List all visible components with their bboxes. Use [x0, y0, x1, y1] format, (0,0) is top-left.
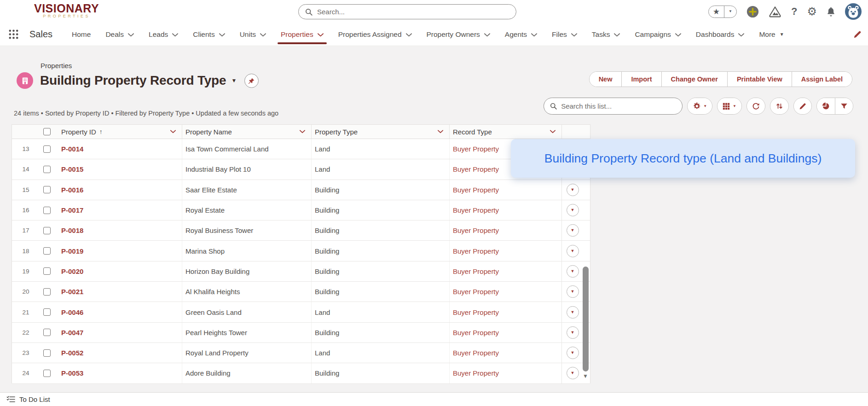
new-button[interactable]: New: [590, 72, 622, 87]
help-button[interactable]: ?: [791, 6, 797, 17]
nav-tab-home[interactable]: Home: [64, 23, 98, 46]
row-checkbox[interactable]: [43, 227, 51, 234]
global-search[interactable]: [298, 4, 516, 19]
row-checkbox[interactable]: [43, 186, 51, 193]
scrollbar-down-arrow[interactable]: ▼: [583, 373, 588, 379]
row-checkbox[interactable]: [43, 247, 51, 255]
inline-edit-button[interactable]: [794, 98, 811, 114]
list-view-selector-caret-icon[interactable]: ▼: [231, 77, 237, 84]
property-id-link[interactable]: P-0017: [61, 206, 83, 214]
todo-list-button[interactable]: To Do List: [19, 395, 50, 403]
setup-button[interactable]: ⚙: [807, 6, 817, 17]
nav-tab-tasks[interactable]: Tasks: [584, 23, 628, 46]
nav-tab-files[interactable]: Files: [544, 23, 584, 46]
nav-tab-properties-assigned[interactable]: Properties Assigned: [331, 23, 419, 46]
row-actions-button[interactable]: ▼: [567, 184, 579, 196]
row-checkbox[interactable]: [43, 308, 51, 316]
display-as-button[interactable]: ▼: [718, 98, 741, 114]
property-name-cell: Isa Town Commercial Land: [182, 139, 312, 159]
property-id-link[interactable]: P-0016: [61, 186, 83, 194]
sort-button[interactable]: [770, 98, 788, 114]
column-header-property-id[interactable]: Property ID↑: [58, 125, 182, 139]
column-header-property-name[interactable]: Property Name: [182, 125, 312, 139]
notifications-button[interactable]: [827, 7, 835, 17]
change-owner-button[interactable]: Change Owner: [661, 72, 727, 87]
property-id-link[interactable]: P-0018: [61, 226, 83, 234]
row-actions-button[interactable]: ▼: [567, 245, 579, 257]
nav-tab-clients[interactable]: Clients: [185, 23, 232, 46]
gear-icon: ⚙: [807, 6, 817, 17]
column-menu-chevron-icon[interactable]: [170, 130, 176, 133]
favorites-star-button[interactable]: ★: [709, 6, 724, 17]
row-checkbox[interactable]: [43, 267, 51, 275]
property-id-link[interactable]: P-0015: [61, 165, 83, 173]
chevron-down-icon: [128, 33, 134, 37]
column-menu-chevron-icon[interactable]: [438, 130, 443, 133]
row-actions-button[interactable]: ▼: [567, 265, 579, 278]
trailhead-button[interactable]: [769, 6, 781, 17]
nav-tab-units[interactable]: Units: [232, 23, 273, 46]
property-id-link[interactable]: P-0053: [61, 369, 83, 377]
row-checkbox-cell: [40, 363, 58, 383]
property-id-link[interactable]: P-0021: [61, 288, 83, 296]
property-id-link[interactable]: P-0020: [61, 267, 83, 275]
nav-tab-agents[interactable]: Agents: [498, 23, 544, 46]
favorites-caret-button[interactable]: ▼: [724, 6, 736, 17]
property-id-link[interactable]: P-0052: [61, 349, 83, 357]
printable-view-button[interactable]: Printable View: [727, 72, 792, 87]
property-type-cell: Building: [312, 261, 450, 281]
list-view-settings-button[interactable]: ▼: [688, 98, 712, 114]
list-search-input[interactable]: [561, 102, 676, 110]
property-id-link[interactable]: P-0014: [61, 145, 83, 153]
row-checkbox[interactable]: [43, 145, 51, 153]
record-type-cell: Buyer Property: [450, 363, 562, 383]
page-title[interactable]: Building Property Record Type: [40, 73, 226, 88]
assign-label-button[interactable]: Assign Label: [792, 72, 852, 87]
nav-tab-campaigns[interactable]: Campaigns: [627, 23, 688, 46]
app-name[interactable]: Sales: [29, 29, 52, 40]
nav-tab-more[interactable]: More▼: [752, 23, 791, 46]
nav-tab-label: Tasks: [592, 30, 610, 39]
brand-logo[interactable]: VISIONARY PROPERTIES: [34, 2, 99, 18]
property-id-link[interactable]: P-0047: [61, 329, 83, 336]
app-launcher-button[interactable]: [8, 29, 19, 40]
column-header-property-type[interactable]: Property Type: [312, 125, 450, 139]
column-menu-chevron-icon[interactable]: [300, 130, 305, 133]
nav-tab-properties[interactable]: Properties: [273, 23, 331, 46]
row-actions-button[interactable]: ▼: [567, 285, 579, 298]
profile-avatar[interactable]: [845, 3, 862, 20]
row-checkbox[interactable]: [43, 349, 51, 357]
nav-edit-pencil-button[interactable]: [853, 30, 862, 39]
row-actions-button[interactable]: ▼: [567, 204, 579, 216]
nav-tab-dashboards[interactable]: Dashboards: [689, 23, 752, 46]
property-id-link[interactable]: P-0046: [61, 308, 83, 316]
row-checkbox[interactable]: [43, 370, 51, 377]
row-checkbox[interactable]: [43, 166, 51, 173]
row-checkbox[interactable]: [43, 329, 51, 336]
row-actions-cell: ▼: [562, 200, 583, 220]
row-actions-button[interactable]: ▼: [567, 306, 579, 319]
row-checkbox[interactable]: [43, 288, 51, 296]
row-actions-button[interactable]: ▼: [567, 347, 579, 359]
nav-tab-leads[interactable]: Leads: [141, 23, 185, 46]
property-id-link[interactable]: P-0019: [61, 247, 83, 255]
list-search[interactable]: [544, 98, 683, 115]
nav-tab-property-owners[interactable]: Property Owners: [419, 23, 498, 46]
charts-button[interactable]: [817, 98, 835, 114]
row-actions-button[interactable]: ▼: [567, 224, 579, 237]
row-checkbox[interactable]: [43, 207, 51, 214]
global-add-button[interactable]: [746, 6, 759, 18]
column-menu-chevron-icon[interactable]: [550, 130, 556, 133]
global-search-input[interactable]: [317, 8, 509, 16]
row-actions-button[interactable]: ▼: [567, 326, 579, 339]
column-header-record-type[interactable]: Record Type: [450, 125, 562, 139]
row-actions-button[interactable]: ▼: [567, 367, 579, 379]
refresh-button[interactable]: [747, 98, 765, 114]
import-button[interactable]: Import: [621, 72, 661, 87]
vertical-scrollbar-thumb[interactable]: [583, 267, 589, 371]
filters-button[interactable]: [835, 98, 853, 114]
select-all-checkbox[interactable]: [43, 128, 51, 135]
property-name-cell: Royal Estate: [182, 200, 312, 220]
nav-tab-deals[interactable]: Deals: [98, 23, 141, 46]
pin-list-view-button[interactable]: [244, 74, 259, 88]
